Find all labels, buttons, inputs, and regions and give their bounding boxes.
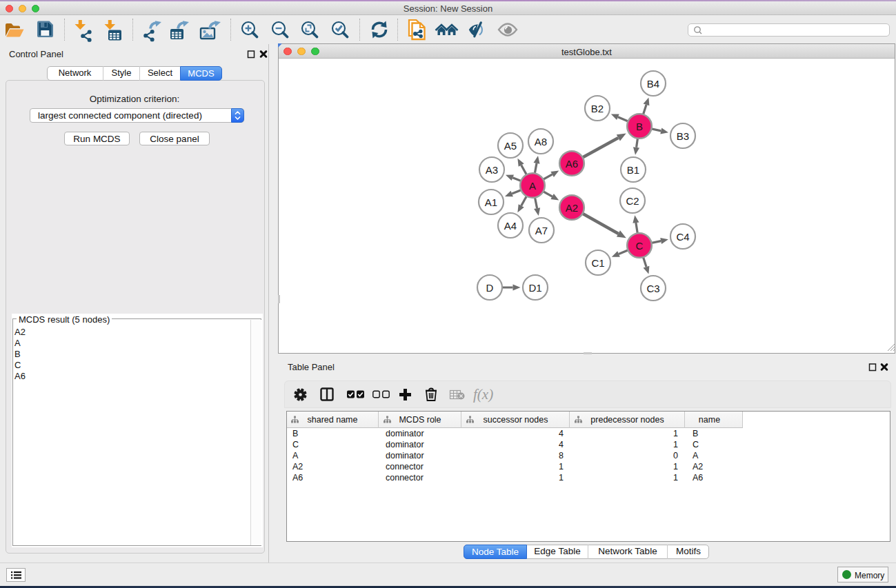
svg-text:B2: B2 <box>591 103 604 114</box>
svg-text:C2: C2 <box>626 195 639 207</box>
svg-text:C3: C3 <box>646 283 659 294</box>
svg-text:B3: B3 <box>677 130 689 142</box>
svg-text:C1: C1 <box>591 257 604 269</box>
svg-text:C4: C4 <box>676 231 689 243</box>
svg-text:A1: A1 <box>485 196 497 208</box>
svg-text:A6: A6 <box>566 158 578 170</box>
svg-text:A: A <box>529 180 536 192</box>
svg-text:A5: A5 <box>504 140 517 152</box>
svg-text:A4: A4 <box>504 220 517 232</box>
svg-text:B: B <box>636 121 643 132</box>
svg-text:A8: A8 <box>535 136 547 148</box>
svg-text:B4: B4 <box>647 78 659 90</box>
svg-text:A2: A2 <box>566 202 578 214</box>
svg-text:D: D <box>486 282 494 294</box>
svg-text:D1: D1 <box>528 282 541 294</box>
svg-text:B1: B1 <box>627 164 639 176</box>
svg-text:A3: A3 <box>486 164 498 176</box>
svg-text:A7: A7 <box>535 225 548 236</box>
svg-text:C: C <box>636 240 644 252</box>
